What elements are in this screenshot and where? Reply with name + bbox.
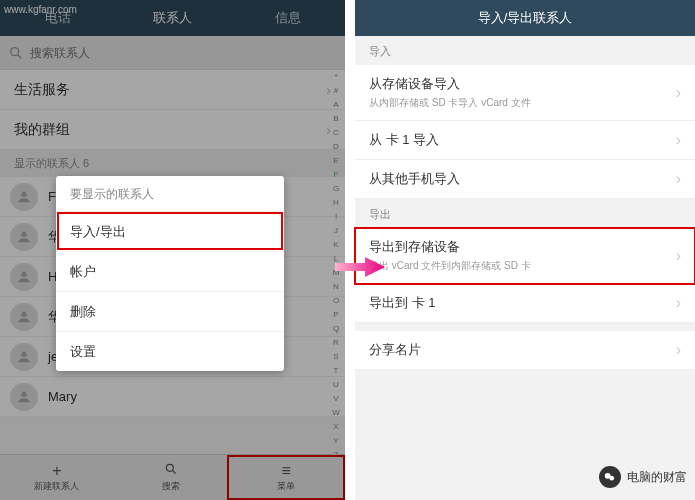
item-title: 从 卡 1 导入 xyxy=(369,131,439,149)
svg-point-12 xyxy=(609,476,614,481)
popup-delete[interactable]: 删除 xyxy=(56,291,284,331)
popup-import-export[interactable]: 导入/导出 xyxy=(56,211,284,251)
chevron-right-icon: › xyxy=(676,84,681,102)
chevron-right-icon: › xyxy=(676,170,681,188)
guide-arrow-icon xyxy=(335,255,385,283)
item-title: 从存储设备导入 xyxy=(369,75,531,93)
chevron-right-icon: › xyxy=(676,341,681,359)
page-title: 导入/导出联系人 xyxy=(355,0,695,36)
wechat-label: 电脑的财富 xyxy=(627,469,687,486)
wechat-icon xyxy=(599,466,621,488)
share-namecard[interactable]: 分享名片 › xyxy=(355,331,695,370)
chevron-right-icon: › xyxy=(676,294,681,312)
import-export-screen: 导入/导出联系人 导入 从存储设备导入 从内部存储或 SD 卡导入 vCard … xyxy=(355,0,695,500)
import-section-header: 导入 xyxy=(355,36,695,65)
item-title: 导出到 卡 1 xyxy=(369,294,435,312)
chevron-right-icon: › xyxy=(676,131,681,149)
import-from-sim1[interactable]: 从 卡 1 导入 › xyxy=(355,121,695,160)
item-subtitle: 导出 vCard 文件到内部存储或 SD 卡 xyxy=(369,259,531,273)
export-section-header: 导出 xyxy=(355,199,695,228)
import-from-other-phone[interactable]: 从其他手机导入 › xyxy=(355,160,695,199)
chevron-right-icon: › xyxy=(676,247,681,265)
popup-accounts[interactable]: 帐户 xyxy=(56,251,284,291)
popup-title: 要显示的联系人 xyxy=(56,176,284,211)
export-to-sim1[interactable]: 导出到 卡 1 › xyxy=(355,284,695,323)
wechat-signature: 电脑的财富 xyxy=(599,466,687,488)
contacts-menu-popup: 要显示的联系人 导入/导出 帐户 删除 设置 xyxy=(56,176,284,371)
svg-marker-10 xyxy=(335,257,385,277)
item-title: 导出到存储设备 xyxy=(369,238,531,256)
item-subtitle: 从内部存储或 SD 卡导入 vCard 文件 xyxy=(369,96,531,110)
item-title: 分享名片 xyxy=(369,341,421,359)
popup-settings[interactable]: 设置 xyxy=(56,331,284,371)
export-to-storage[interactable]: 导出到存储设备 导出 vCard 文件到内部存储或 SD 卡 › xyxy=(355,228,695,284)
item-title: 从其他手机导入 xyxy=(369,170,460,188)
import-from-storage[interactable]: 从存储设备导入 从内部存储或 SD 卡导入 vCard 文件 › xyxy=(355,65,695,121)
